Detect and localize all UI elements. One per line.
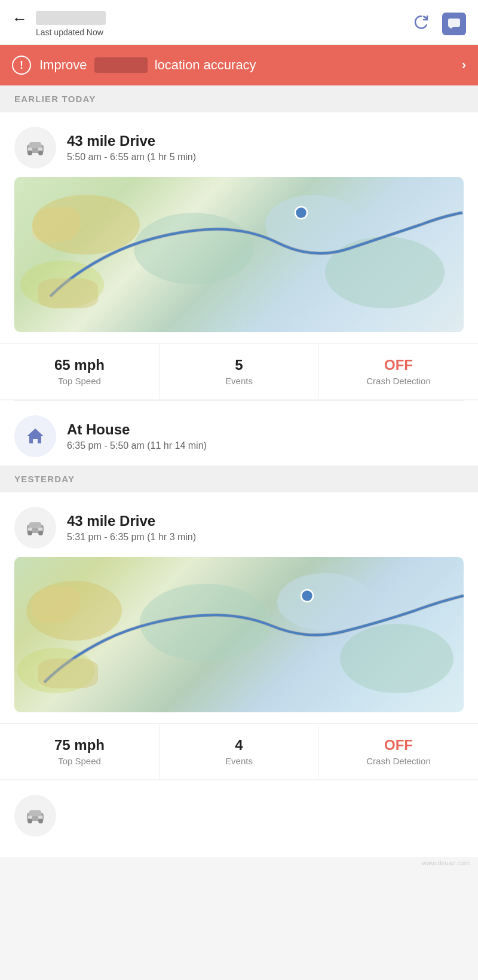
svg-rect-0 — [448, 19, 460, 27]
map-thumbnail-1[interactable] — [14, 177, 464, 332]
stat-crash-value-1: OFF — [325, 357, 472, 373]
svg-point-28 — [38, 819, 43, 823]
svg-point-16 — [38, 531, 43, 535]
stat-events-2: 4 Events — [160, 724, 319, 779]
drive-title-2: 43 mile Drive — [67, 513, 196, 529]
svg-rect-30 — [38, 816, 42, 819]
svg-point-9 — [134, 213, 253, 284]
svg-point-15 — [27, 531, 32, 535]
svg-rect-6 — [38, 148, 42, 151]
stat-crash-1: OFF Crash Detection — [319, 344, 478, 399]
stat-crash-label-2: Crash Detection — [325, 756, 472, 766]
at-house-time: 6:35 pm - 5:50 am (11 hr 14 min) — [67, 440, 207, 451]
drive-title-1: 43 mile Drive — [67, 133, 196, 149]
home-icon-circle — [14, 415, 56, 457]
stat-events-1: 5 Events — [160, 344, 319, 399]
last-updated-label: Last updated Now — [36, 27, 106, 37]
svg-rect-2 — [29, 142, 41, 148]
svg-point-20 — [17, 648, 95, 693]
refresh-button[interactable] — [411, 13, 431, 35]
stat-events-value-1: 5 — [166, 357, 312, 373]
svg-point-11 — [325, 237, 445, 308]
svg-point-12 — [295, 207, 307, 219]
svg-point-7 — [32, 195, 140, 255]
drive-icon-circle-1 — [14, 127, 56, 169]
drive-card-1: 43 mile Drive 5:50 am - 6:55 am (1 hr 5 … — [0, 112, 478, 399]
stat-speed-2: 75 mph Top Speed — [0, 724, 160, 779]
svg-point-27 — [27, 819, 32, 823]
drive-card-3-partial — [0, 780, 478, 857]
svg-point-22 — [277, 573, 373, 630]
stat-crash-2: OFF Crash Detection — [319, 724, 478, 779]
stat-events-value-2: 4 — [166, 737, 312, 754]
svg-point-19 — [26, 581, 122, 641]
svg-rect-26 — [29, 810, 41, 816]
at-house-card: At House 6:35 pm - 5:50 am (11 hr 14 min… — [0, 400, 478, 466]
stat-crash-value-2: OFF — [325, 737, 472, 754]
alert-chevron: › — [462, 57, 466, 73]
stat-speed-label-1: Top Speed — [6, 376, 153, 386]
section-earlier-today: EARLIER TODAY — [0, 85, 478, 112]
chat-button[interactable] — [442, 13, 466, 35]
stat-crash-label-1: Crash Detection — [325, 376, 472, 386]
drive-icon-circle-2 — [14, 507, 56, 549]
stat-speed-1: 65 mph Top Speed — [0, 344, 160, 399]
at-house-title: At House — [67, 421, 207, 438]
contact-name-blurred — [36, 11, 106, 25]
svg-point-3 — [27, 151, 32, 155]
drive-time-2: 5:31 pm - 6:35 pm (1 hr 3 min) — [67, 532, 196, 543]
drive-icon-circle-3 — [14, 795, 56, 837]
map-thumbnail-2[interactable] — [14, 557, 464, 712]
watermark: www.deuaz.com — [0, 857, 478, 869]
back-button[interactable]: ← — [12, 11, 27, 26]
svg-rect-5 — [28, 148, 32, 151]
section-yesterday: YESTERDAY — [0, 466, 478, 492]
stat-speed-value-2: 75 mph — [6, 737, 153, 754]
stat-speed-value-1: 65 mph — [6, 357, 153, 373]
drive-time-1: 5:50 am - 6:55 am (1 hr 5 min) — [67, 152, 196, 163]
header: ← Last updated Now — [0, 0, 478, 45]
stats-row-1: 65 mph Top Speed 5 Events OFF Crash Dete… — [0, 343, 478, 399]
stat-events-label-1: Events — [166, 376, 312, 386]
svg-rect-17 — [28, 528, 32, 531]
alert-banner[interactable]: ! Improve location accuracy › — [0, 45, 478, 85]
svg-point-23 — [340, 624, 454, 693]
svg-rect-14 — [29, 522, 41, 528]
stats-row-2: 75 mph Top Speed 4 Events OFF Crash Dete… — [0, 723, 478, 779]
stat-events-label-2: Events — [166, 756, 312, 766]
alert-icon: ! — [12, 56, 31, 75]
svg-point-24 — [301, 590, 313, 602]
drive-card-2: 43 mile Drive 5:31 pm - 6:35 pm (1 hr 3 … — [0, 492, 478, 779]
alert-text: Improve location accuracy — [39, 57, 454, 73]
alert-blurred — [94, 57, 148, 73]
svg-rect-29 — [28, 816, 32, 819]
svg-rect-18 — [38, 528, 42, 531]
svg-point-4 — [38, 151, 43, 155]
svg-point-8 — [20, 261, 104, 308]
stat-speed-label-2: Top Speed — [6, 756, 153, 766]
